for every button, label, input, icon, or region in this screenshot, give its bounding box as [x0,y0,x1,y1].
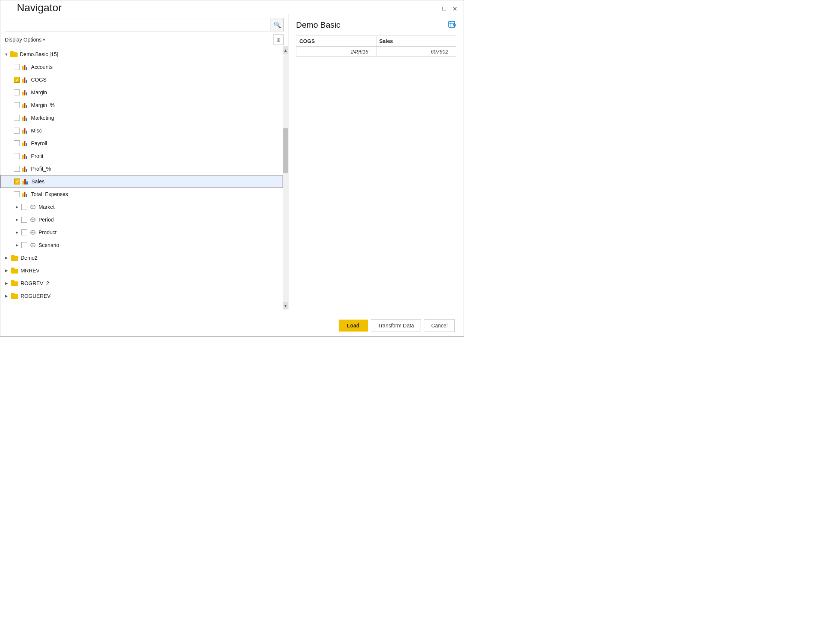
bottom-bar: Load Transform Data Cancel [0,314,464,336]
label-demo2: Demo2 [21,255,37,261]
checkbox-profit-pct[interactable] [14,166,20,172]
measure-icon-margin-pct [22,102,29,108]
checkbox-misc[interactable] [14,127,20,133]
close-button[interactable]: ✕ [452,6,458,12]
expand-arrow-product-icon: ▶ [14,229,20,235]
measure-icon-total-expenses [22,191,29,197]
display-options-label: Display Options [5,37,41,43]
tree-root-demo2[interactable]: ▶ Demo2 [0,251,283,264]
preview-title: Demo Basic [296,20,340,30]
display-options-button[interactable]: Display Options ▾ [5,37,45,43]
checkbox-margin[interactable] [14,89,20,95]
dimension-icon-product [29,229,36,235]
search-input[interactable] [5,20,271,29]
list-item-accounts[interactable]: Accounts [0,61,283,74]
label-profit: Profit [31,153,43,159]
expand-arrow-demo2-icon: ▶ [3,255,9,261]
measure-icon-sales [23,178,29,184]
list-item-profit[interactable]: Profit [0,150,283,163]
checkbox-market[interactable] [21,204,27,210]
checkbox-marketing[interactable] [14,115,20,121]
checkbox-sales[interactable] [14,178,20,184]
list-item-profit-pct[interactable]: Profit_% [0,163,283,175]
expand-arrow-period-icon: ▶ [14,217,20,223]
scroll-thumb[interactable] [283,128,288,173]
tree-root-demo-basic[interactable]: ▼ Demo.Basic [15] [0,48,283,61]
tree-root-rogrev2[interactable]: ▶ ROGREV_2 [0,277,283,290]
label-mrrev: MRREV [21,268,40,273]
search-icon[interactable]: 🔍 [271,18,283,31]
tree-root-mrrev[interactable]: ▶ MRREV [0,264,283,277]
dimension-icon-period [29,217,36,223]
checkbox-scenario[interactable] [21,242,27,248]
label-total-expenses: Total_Expenses [31,191,68,197]
list-item-market[interactable]: ▶ Market [0,201,283,213]
checkbox-period[interactable] [21,217,27,223]
list-item-payroll[interactable]: Payroll [0,137,283,150]
list-item-period[interactable]: ▶ Period [0,213,283,226]
measure-icon-profit-pct [22,166,29,172]
list-item-cogs[interactable]: COGS [0,74,283,86]
expand-arrow-rogrev2-icon: ▶ [3,280,9,286]
folder-icon-demo2 [11,255,18,261]
expand-arrow-roguerev-icon: ▶ [3,293,9,299]
expand-arrow-mrrev-icon: ▶ [3,268,9,273]
checkbox-accounts[interactable] [14,64,20,70]
cell-cogs-value: 249616 [296,47,377,57]
left-panel: 🔍 Display Options ▾ ⊞ ▼ Demo.Basic [15] [0,14,288,310]
label-scenario: Scenario [38,242,59,248]
list-item-scenario[interactable]: ▶ Scenario [0,239,283,251]
label-accounts: Accounts [31,64,53,70]
title-bar: Navigator □ ✕ [0,0,464,14]
list-item-sales[interactable]: Sales [0,175,283,188]
display-options-arrow-icon: ▾ [43,38,45,42]
measure-icon-profit [22,153,29,159]
scroll-track [283,54,288,302]
measure-icon-accounts [22,64,29,70]
dimension-icon-market [29,204,36,210]
right-header: Demo Basic [296,20,456,30]
main-layout: 🔍 Display Options ▾ ⊞ ▼ Demo.Basic [15] [0,14,464,310]
label-period: Period [38,217,54,223]
col-header-cogs: COGS [296,36,377,47]
list-item-margin-pct[interactable]: Margin_% [0,99,283,112]
checkbox-margin-pct[interactable] [14,102,20,108]
transform-data-button[interactable]: Transform Data [371,319,421,332]
display-options-row: Display Options ▾ ⊞ [0,34,288,46]
tree-root-roguerev[interactable]: ▶ ROGUEREV [0,290,283,302]
measure-icon-marketing [22,115,29,121]
checkbox-total-expenses[interactable] [14,191,20,197]
checkbox-product[interactable] [21,229,27,235]
folder-icon [10,51,18,57]
preview-table: COGS Sales 249616 607902 [296,35,456,57]
measure-icon-margin [22,89,29,95]
cancel-button[interactable]: Cancel [424,319,455,332]
list-item-margin[interactable]: Margin [0,86,283,99]
label-payroll: Payroll [31,140,47,146]
checkbox-cogs[interactable] [14,77,20,83]
tree-area: ▼ Demo.Basic [15] Accounts [0,46,288,310]
folder-icon-rogrev2 [11,280,18,286]
collapse-arrow-icon: ▼ [3,51,9,57]
label-rogrev2: ROGREV_2 [21,280,49,286]
scroll-down-button[interactable]: ▼ [283,302,288,310]
table-row: 249616 607902 [296,47,456,57]
measure-icon-misc [22,127,29,133]
dimension-icon-scenario [29,242,36,248]
list-item-misc[interactable]: Misc [0,124,283,137]
checkbox-profit[interactable] [14,153,20,159]
expand-arrow-scenario-icon: ▶ [14,242,20,248]
scroll-up-button[interactable]: ▲ [283,46,288,54]
cell-sales-value: 607902 [376,47,456,57]
list-item-marketing[interactable]: Marketing [0,112,283,124]
table-view-button[interactable]: ⊞ [273,34,283,45]
maximize-button[interactable]: □ [441,6,447,12]
checkbox-payroll[interactable] [14,140,20,146]
list-item-product[interactable]: ▶ Product [0,226,283,239]
tree-scrollbar[interactable]: ▲ ▼ [283,46,288,310]
label-margin-pct: Margin_% [31,102,55,108]
preview-icon[interactable] [448,20,456,30]
load-button[interactable]: Load [339,320,368,331]
list-item-total-expenses[interactable]: Total_Expenses [0,188,283,201]
root-label: Demo.Basic [15] [20,51,58,57]
